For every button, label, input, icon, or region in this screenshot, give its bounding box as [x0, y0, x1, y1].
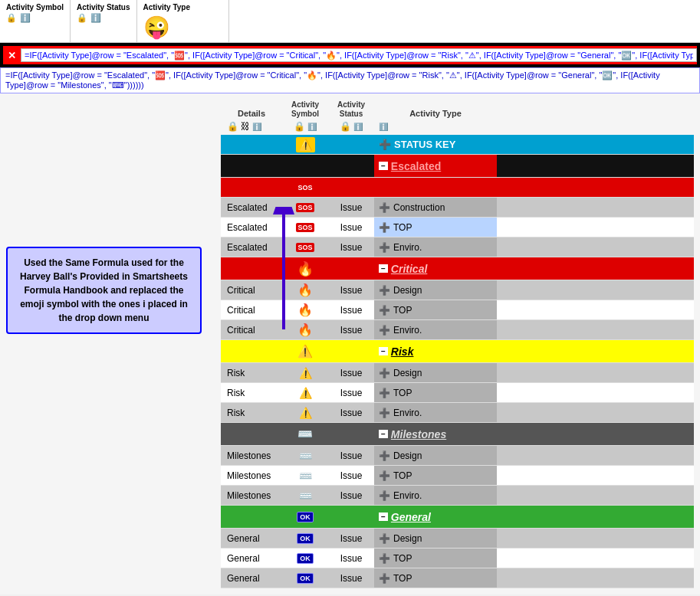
lock-icon-stat: 🔒 — [340, 121, 351, 132]
general-label: General — [391, 511, 431, 523]
header-activity-status: Activity Status 🔒 ℹ️ — [71, 0, 136, 42]
cell-sym-sk: ⚠️ — [282, 135, 328, 154]
cell-empty-sk — [221, 135, 282, 154]
table-row: General OK Issue ➕TOP — [221, 549, 694, 568]
plus-crit1: ➕ — [379, 285, 390, 296]
warn-symbol-sk: ⚠️ — [296, 137, 315, 152]
plus-gen3: ➕ — [379, 573, 390, 584]
grid-icon-2: ⌨️ — [299, 470, 312, 482]
header-activity-symbol: Activity Symbol 🔒 ℹ️ — [0, 0, 71, 42]
cell-type-esc2: ➕TOP — [374, 218, 497, 237]
info-icon-type: ℹ️ — [379, 123, 388, 131]
cell-type-risk-hdr: − Risk — [374, 340, 497, 362]
section-general-header: OK − General — [221, 506, 694, 529]
cell-sym-gen3: OK — [282, 568, 328, 588]
status-key-label: STATUS KEY — [394, 139, 455, 150]
plus-risk1: ➕ — [379, 368, 390, 378]
section-escalated-header: − Escalated — [221, 155, 694, 178]
cell-stat-esc1: Issue — [328, 198, 374, 217]
cell-type-gen1: ➕Design — [374, 529, 497, 548]
table-row: Milestones ⌨️ Issue ➕Design — [221, 446, 694, 466]
cell-stat-esc3: Issue — [328, 237, 374, 257]
warn-icon-2: ⚠️ — [299, 387, 312, 399]
cell-sym-gen1: OK — [282, 529, 328, 548]
cell-type-esc1: ➕Construction — [374, 198, 497, 217]
table-wrapper: Details Activity Symbol Activity Status … — [215, 93, 700, 594]
cell-stat-crit2: Issue — [328, 300, 374, 319]
cell-sym-esc-hdr — [282, 155, 328, 177]
cell-type-mile-hdr: − Milestones — [374, 423, 497, 445]
formula-bar: ✕ — [3, 46, 697, 64]
minus-icon-crit: − — [379, 264, 388, 273]
minus-icon-esc: − — [379, 162, 388, 170]
lock-icon-details: 🔒 — [227, 121, 238, 132]
symbol-label: Activity Symbol — [291, 100, 319, 118]
info-icon-details: ℹ️ — [252, 123, 261, 131]
cell-sym-gen-hdr: OK — [282, 506, 328, 528]
cell-type-mile1: ➕Design — [374, 446, 497, 465]
cell-type-mile2: ➕TOP — [374, 466, 497, 485]
plus-crit2: ➕ — [379, 305, 390, 316]
cell-stat-risk1: Issue — [328, 363, 374, 382]
cell-stat-esc-sub — [328, 178, 374, 197]
cell-det-mile2: Milestones — [221, 466, 282, 485]
cell-sym-esc-sub: SOS — [282, 178, 328, 197]
chain-icon: ⛓ — [241, 121, 250, 132]
fire-icon-hdr: 🔥 — [297, 260, 314, 277]
grid-icon-3: ⌨️ — [299, 490, 312, 502]
status-key-row: ⚠️ ➕ STATUS KEY — [221, 135, 694, 155]
fire-icon-3: 🔥 — [297, 323, 313, 337]
cell-stat-esc-hdr — [328, 155, 374, 177]
status-label: Activity Status — [337, 100, 365, 118]
formula-bar-container: ✕ — [0, 43, 700, 67]
section-milestones-header: ⌨️ − Milestones — [221, 423, 694, 446]
emoji-icon: 😜 — [143, 15, 170, 39]
cell-type-esc3: ➕Enviro. — [374, 237, 497, 257]
cell-type-risk1: ➕Design — [374, 363, 497, 382]
cell-det-mile-hdr — [221, 423, 282, 445]
cell-type-gen3: ➕TOP — [374, 568, 497, 588]
cell-stat-gen3: Issue — [328, 568, 374, 588]
ok-icon-1: OK — [297, 533, 314, 544]
cell-sym-risk1: ⚠️ — [282, 363, 328, 382]
table-row: Risk ⚠️ Issue ➕TOP — [221, 383, 694, 403]
cell-det-gen-hdr — [221, 506, 282, 528]
type-label: Activity Type — [409, 109, 462, 118]
cell-stat-mile3: Issue — [328, 486, 374, 505]
cell-type-risk2: ➕TOP — [374, 383, 497, 402]
fire-icon-2: 🔥 — [297, 303, 313, 317]
cell-stat-crit1: Issue — [328, 280, 374, 300]
formula-input[interactable] — [21, 48, 697, 62]
cell-type-esc-sub — [374, 178, 497, 197]
formula-display: =IF([Activity Type]@row = "Escalated", "… — [0, 67, 700, 93]
plus-gen2: ➕ — [379, 553, 390, 564]
cell-type-crit-hdr: − Critical — [374, 257, 497, 280]
cell-type-risk3: ➕Enviro. — [374, 403, 497, 422]
cell-det-gen3: General — [221, 568, 282, 588]
risk-label: Risk — [391, 345, 414, 358]
info-box-text: Used the Same Formula used for the Harve… — [20, 257, 188, 323]
cell-type-sk: ➕ STATUS KEY — [374, 135, 497, 154]
section-risk-header: ⚠️ − Risk — [221, 340, 694, 363]
header-activity-type: Activity Type 😜 — [137, 0, 229, 42]
icon-sub-row: 🔒 ⛓ ℹ️ 🔒 ℹ️ 🔒 ℹ️ ℹ️ — [221, 120, 694, 135]
col2-label: Activity Status — [77, 3, 130, 11]
cell-det-mile1: Milestones — [221, 446, 282, 465]
cell-stat-mile1: Issue — [328, 446, 374, 465]
section-escalated-subhdr: SOS — [221, 178, 694, 198]
cell-type-gen-hdr: − General — [374, 506, 497, 528]
plus-esc1: ➕ — [379, 202, 390, 213]
cell-type-crit2: ➕TOP — [374, 300, 497, 319]
cell-stat-mile2: Issue — [328, 466, 374, 485]
col1-label: Activity Symbol — [6, 3, 64, 11]
cell-sym-risk3: ⚠️ — [282, 403, 328, 422]
cell-stat-risk2: Issue — [328, 383, 374, 402]
sos-icon-hdr: SOS — [296, 183, 314, 192]
sos-icon-3: SOS — [296, 243, 314, 252]
lock-icon: 🔒 — [6, 13, 17, 23]
col-header-symbol: Activity Symbol — [282, 100, 328, 118]
arrow-icon — [272, 207, 295, 337]
warn-icon-3: ⚠️ — [299, 407, 312, 419]
cell-sym-mile1: ⌨️ — [282, 446, 328, 465]
lock-icon2: 🔒 — [77, 13, 87, 23]
